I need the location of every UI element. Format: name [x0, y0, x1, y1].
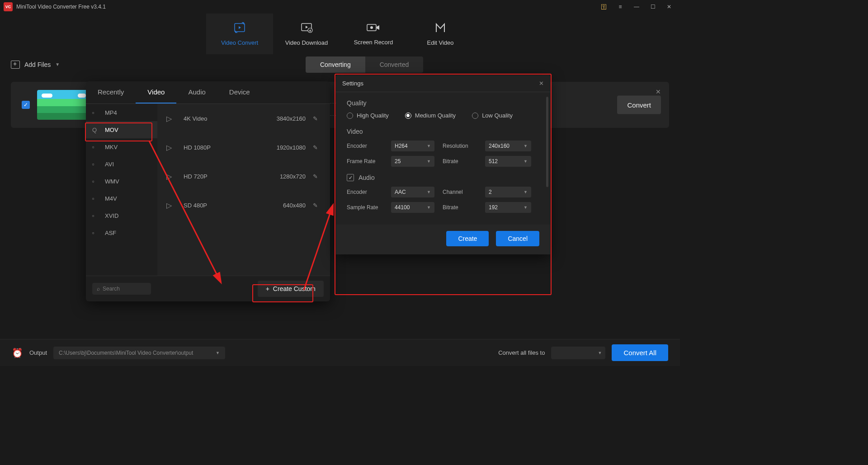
chevron-down-icon: ▼ — [524, 205, 528, 210]
format-icon: ▫ — [92, 161, 100, 168]
tab-device[interactable]: Device — [217, 81, 262, 103]
format-m4v[interactable]: ▫M4V — [86, 190, 157, 207]
audio-checkbox[interactable] — [347, 174, 354, 181]
maximize-button[interactable]: ☐ — [646, 1, 660, 12]
close-button[interactable]: ✕ — [662, 1, 676, 12]
format-icon: ▫ — [92, 178, 100, 185]
edit-icon[interactable]: ✎ — [313, 144, 321, 151]
create-custom-button[interactable]: + Create Custom — [258, 281, 324, 297]
resolution-select[interactable]: 240x160▼ — [485, 141, 531, 151]
video-encoder-label: Encoder — [347, 143, 383, 149]
tab-video[interactable]: Video — [136, 81, 176, 103]
toolbar: Add Files ▼ Converting Converted — [0, 54, 680, 75]
seg-converting[interactable]: Converting — [306, 56, 365, 73]
format-icon: Q — [92, 127, 100, 133]
scrollbar[interactable] — [546, 97, 548, 187]
cancel-button[interactable]: Cancel — [496, 231, 539, 246]
resolution-list[interactable]: ▷4K Video3840x2160✎ ▷HD 1080P1920x1080✎ … — [157, 104, 330, 276]
tab-video-convert[interactable]: Video Convert — [206, 14, 273, 54]
res-480p[interactable]: ▷SD 480P640x480✎ — [157, 191, 330, 220]
app-title: MiniTool Video Converter Free v3.4.1 — [16, 4, 106, 10]
clock-icon[interactable]: ⏰ — [12, 348, 23, 358]
edit-icon — [434, 22, 446, 36]
format-mp4[interactable]: ▫MP4 — [86, 104, 157, 121]
chevron-down-icon: ▼ — [427, 144, 431, 148]
edit-icon[interactable]: ✎ — [313, 202, 321, 209]
radio-low-quality[interactable]: Low Quality — [472, 112, 513, 119]
tab-label: Screen Record — [354, 39, 393, 46]
convert-all-select[interactable]: ▼ — [551, 347, 605, 359]
add-files-icon — [11, 61, 20, 69]
settings-close-icon[interactable]: ✕ — [539, 80, 544, 87]
res-1080p[interactable]: ▷HD 1080P1920x1080✎ — [157, 133, 330, 162]
chevron-down-icon: ▼ — [598, 351, 602, 355]
main-tabs: Video Convert Video Download Screen Reco… — [0, 14, 680, 54]
radio-high-quality[interactable]: High Quality — [347, 112, 389, 119]
video-thumbnail — [37, 90, 90, 120]
res-4k[interactable]: ▷4K Video3840x2160✎ — [157, 104, 330, 133]
tab-recently[interactable]: Recently — [86, 81, 136, 103]
format-xvid[interactable]: ▫XVID — [86, 207, 157, 224]
titlebar: VC MiniTool Video Converter Free v3.4.1 … — [0, 0, 680, 14]
format-mkv[interactable]: ▫MKV — [86, 138, 157, 155]
format-wmv[interactable]: ▫WMV — [86, 173, 157, 190]
convert-all-button[interactable]: Convert All — [612, 344, 668, 361]
play-icon: ▷ — [166, 201, 176, 210]
add-files-button[interactable]: Add Files ▼ — [11, 61, 60, 69]
play-icon: ▷ — [166, 172, 176, 181]
tab-edit-video[interactable]: Edit Video — [407, 14, 474, 54]
tab-label: Edit Video — [427, 39, 453, 46]
chevron-down-icon: ▼ — [524, 144, 528, 148]
svg-point-6 — [370, 26, 373, 29]
audio-encoder-label: Encoder — [347, 189, 383, 195]
chevron-down-icon: ▼ — [427, 205, 431, 210]
download-icon — [300, 22, 313, 36]
output-label: Output — [29, 349, 47, 356]
seg-converted[interactable]: Converted — [365, 56, 424, 73]
res-720p[interactable]: ▷HD 720P1280x720✎ — [157, 162, 330, 191]
audio-bitrate-select[interactable]: 192▼ — [485, 202, 531, 213]
edit-icon[interactable]: ✎ — [313, 115, 321, 122]
format-avi[interactable]: ▫AVI — [86, 155, 157, 173]
chevron-down-icon: ▼ — [524, 159, 528, 164]
card-close-icon[interactable]: ✕ — [656, 88, 661, 95]
output-path-select[interactable]: C:\Users\bj\Documents\MiniTool Video Con… — [53, 347, 225, 359]
resolution-label: Resolution — [443, 143, 477, 149]
search-input[interactable] — [103, 286, 146, 292]
tab-screen-record[interactable]: Screen Record — [340, 14, 407, 54]
channel-select[interactable]: 2▼ — [485, 187, 531, 197]
search-icon: ⌕ — [97, 286, 100, 292]
radio-medium-quality[interactable]: Medium Quality — [405, 112, 456, 119]
svg-marker-3 — [306, 26, 308, 28]
chevron-down-icon: ▼ — [216, 351, 220, 355]
minimize-button[interactable]: — — [629, 1, 644, 12]
key-icon[interactable]: ⚿ — [597, 1, 611, 12]
audio-bitrate-label: Bitrate — [443, 204, 477, 211]
format-mov[interactable]: QMOV — [86, 121, 157, 138]
chevron-down-icon: ▼ — [524, 190, 528, 194]
edit-icon[interactable]: ✎ — [313, 173, 321, 180]
tab-label: Video Download — [285, 39, 328, 46]
audio-encoder-select[interactable]: AAC▼ — [391, 187, 434, 197]
convert-button[interactable]: Convert — [617, 96, 661, 114]
format-icon: ▫ — [92, 195, 100, 202]
svg-marker-1 — [239, 26, 241, 29]
format-sidebar[interactable]: ▫MP4 QMOV ▫MKV ▫AVI ▫WMV ▫M4V ▫XVID ▫ASF — [86, 104, 157, 276]
video-encoder-select[interactable]: H264▼ — [391, 141, 434, 151]
search-box[interactable]: ⌕ — [92, 283, 151, 295]
menu-icon[interactable]: ≡ — [613, 1, 627, 12]
format-panel: Recently Video Audio Device ▫MP4 QMOV ▫M… — [86, 81, 330, 301]
format-asf[interactable]: ▫ASF — [86, 224, 157, 241]
bottom-bar: ⏰ Output C:\Users\bj\Documents\MiniTool … — [0, 339, 680, 366]
framerate-select[interactable]: 25▼ — [391, 156, 434, 167]
convert-all-label: Convert all files to — [498, 349, 545, 356]
tab-label: Video Convert — [221, 39, 258, 46]
video-bitrate-select[interactable]: 512▼ — [485, 156, 531, 167]
create-button[interactable]: Create — [446, 231, 489, 246]
video-section-title: Video — [347, 128, 539, 135]
plus-icon: + — [266, 285, 269, 292]
video-checkbox[interactable]: ✓ — [22, 101, 30, 109]
samplerate-select[interactable]: 44100▼ — [391, 202, 434, 213]
tab-audio[interactable]: Audio — [176, 81, 217, 103]
tab-video-download[interactable]: Video Download — [273, 14, 340, 54]
